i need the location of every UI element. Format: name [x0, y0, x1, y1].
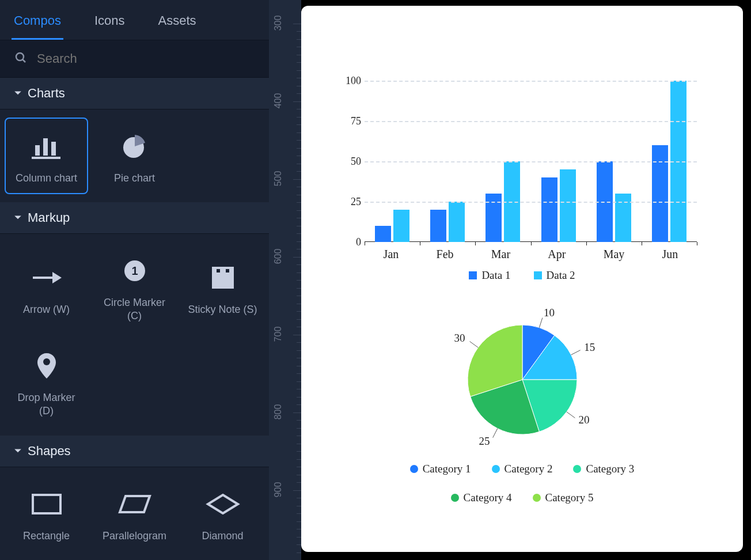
circle-marker-icon: 1: [123, 253, 146, 288]
svg-rect-12: [226, 269, 229, 273]
svg-rect-10: [212, 267, 234, 289]
legend-item: Category 2: [492, 463, 553, 475]
pie-slice-label: 20: [578, 414, 589, 426]
ruler-label: 400: [273, 89, 283, 112]
y-tick: 75: [351, 115, 361, 127]
legend-item: Data 1: [469, 269, 510, 282]
svg-rect-14: [33, 495, 60, 513]
legend-item: Category 1: [410, 463, 471, 475]
y-tick: 0: [356, 236, 361, 248]
pie-svg: [419, 311, 626, 449]
shapes-grid: Rectangle Parallelogram Diamond: [0, 467, 269, 560]
svg-line-18: [492, 429, 497, 438]
item-label: Arrow (W): [23, 303, 70, 316]
pie-slice-label: 30: [454, 332, 465, 345]
rectangle-icon: [31, 487, 63, 521]
tab-assets[interactable]: Assets: [156, 2, 199, 37]
item-rectangle[interactable]: Rectangle: [5, 475, 88, 552]
tab-icons[interactable]: Icons: [92, 2, 127, 37]
bar: [375, 226, 391, 242]
chevron-down-icon: [14, 86, 22, 101]
svg-point-13: [43, 358, 50, 365]
section-title: Markup: [28, 210, 70, 225]
item-label: Parallelogram: [103, 529, 166, 543]
bar: [615, 194, 631, 242]
svg-rect-3: [43, 138, 48, 156]
column-chart-icon: [31, 129, 63, 164]
y-tick: 100: [346, 75, 361, 87]
legend-item: Data 2: [534, 269, 575, 282]
item-arrow[interactable]: Arrow (W): [5, 242, 88, 332]
arrow-icon: [31, 260, 63, 295]
item-column-chart[interactable]: Column chart: [5, 118, 88, 194]
x-label: Jan: [384, 248, 399, 261]
item-circle-marker[interactable]: 1 Circle Marker (C): [93, 242, 176, 332]
section-header-charts[interactable]: Charts: [0, 78, 269, 109]
pie-chart: 1015202530 Category 1Category 2Category …: [330, 311, 714, 504]
section-title: Charts: [28, 86, 65, 101]
ruler-label: 800: [273, 400, 283, 423]
x-label: Feb: [437, 248, 454, 261]
parallelogram-icon: [117, 487, 152, 521]
canvas[interactable]: 0255075100 JanFebMarAprMayJun Data 1Data…: [301, 6, 743, 552]
y-tick: 50: [351, 156, 361, 168]
svg-line-17: [566, 412, 575, 418]
svg-rect-2: [35, 145, 40, 156]
x-label: Mar: [491, 248, 510, 261]
item-drop-marker[interactable]: Drop Marker (D): [5, 337, 88, 427]
charts-grid: Column chart Pie chart: [0, 109, 269, 202]
x-label: May: [604, 248, 625, 261]
tab-compos[interactable]: Compos: [12, 2, 63, 37]
section-header-markup[interactable]: Markup: [0, 202, 269, 234]
item-label: Drop Marker (D): [9, 391, 84, 418]
sidebar: Compos Icons Assets Charts: [0, 0, 269, 560]
chevron-down-icon: [14, 444, 22, 459]
legend-item: Category 4: [451, 491, 512, 504]
section-header-shapes[interactable]: Shapes: [0, 436, 269, 467]
svg-text:1: 1: [131, 264, 138, 277]
vertical-ruler: 300400500600700800900: [269, 0, 301, 560]
drop-marker-icon: [36, 349, 57, 383]
svg-line-19: [469, 342, 478, 348]
item-label: Circle Marker (C): [97, 296, 172, 323]
svg-rect-4: [51, 142, 56, 156]
bar: [449, 202, 465, 242]
column-chart: 0255075100 JanFebMarAprMayJun Data 1Data…: [330, 81, 714, 282]
svg-line-16: [571, 350, 580, 355]
markup-grid: Arrow (W) 1 Circle Marker (C) Sticky Not…: [0, 234, 269, 436]
item-sticky-note[interactable]: Sticky Note (S): [181, 242, 264, 332]
ruler-label: 500: [273, 167, 283, 190]
item-label: Diamond: [202, 529, 243, 543]
pie-slice-label: 25: [479, 435, 490, 448]
bar: [560, 169, 576, 242]
search-input[interactable]: [37, 51, 255, 66]
legend-item: Category 5: [533, 491, 594, 504]
item-parallelogram[interactable]: Parallelogram: [93, 475, 176, 552]
x-label: Jun: [662, 248, 678, 261]
ruler-label: 600: [273, 245, 283, 268]
bar: [541, 177, 557, 242]
svg-point-0: [16, 53, 24, 60]
sticky-note-icon: [211, 260, 235, 295]
ruler-label: 900: [273, 478, 283, 501]
bar: [652, 145, 668, 242]
item-label: Sticky Note (S): [188, 303, 257, 316]
svg-line-15: [539, 318, 543, 328]
section-title: Shapes: [28, 444, 71, 459]
ruler-label: 700: [273, 323, 283, 346]
y-tick: 25: [351, 196, 361, 208]
x-label: Apr: [548, 248, 566, 261]
chevron-down-icon: [14, 210, 22, 225]
pie-legend: Category 1Category 2Category 3Category 4…: [390, 463, 655, 504]
search-bar[interactable]: [0, 40, 269, 78]
svg-rect-5: [32, 157, 60, 159]
item-pie-chart[interactable]: Pie chart: [93, 118, 176, 194]
tabs: Compos Icons Assets: [0, 0, 269, 40]
pie-slice-label: 10: [544, 307, 555, 319]
legend-item: Category 3: [573, 463, 634, 475]
pie-slice-label: 15: [584, 341, 595, 354]
item-label: Rectangle: [23, 529, 70, 543]
item-diamond[interactable]: Diamond: [181, 475, 264, 552]
ruler-label: 300: [273, 12, 283, 35]
search-icon: [14, 51, 28, 67]
